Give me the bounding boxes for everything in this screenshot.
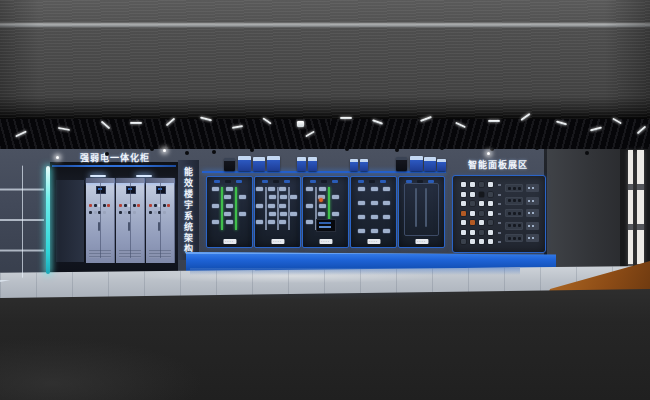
- track-spotlight: [185, 151, 189, 155]
- panel-label: ····: [319, 239, 332, 244]
- ceiling-light: [488, 120, 500, 122]
- schematic-panel-5: ····: [398, 176, 445, 248]
- alcove-light: [136, 175, 152, 177]
- electrical-cabinet: [86, 178, 115, 263]
- ceiling-light: [297, 121, 304, 127]
- divider-dash: [498, 213, 501, 215]
- shelf-device: [238, 156, 251, 171]
- floor-reflection: [190, 268, 520, 275]
- door-bar: [425, 188, 427, 227]
- door-bar: [415, 188, 417, 227]
- grid-device: [383, 229, 390, 233]
- track-spotlight: [585, 151, 589, 155]
- indicator-light: [133, 204, 136, 207]
- grid-device: [371, 201, 378, 205]
- indicator-light: [149, 204, 152, 207]
- ceiling: [0, 119, 650, 152]
- grid-device: [383, 201, 390, 205]
- exhibition-hall-render: 强弱电一体化柜 能效楼宇系统架构 ···· ···· ···· ···· ···…: [0, 0, 650, 400]
- track-spotlight: [56, 156, 59, 159]
- panel-top-chip: [262, 180, 268, 183]
- riser-device: [306, 187, 313, 191]
- shelf-device: [437, 159, 446, 171]
- riser-device: [319, 187, 326, 191]
- smart-panel-cell: [479, 201, 484, 206]
- zone-label-smart-panels: 智能面板展区: [448, 158, 548, 171]
- riser-device: [332, 212, 339, 216]
- indicator-light: [167, 204, 170, 207]
- push-button: [149, 211, 152, 214]
- module-button: [508, 187, 511, 190]
- blank-door-outline: [404, 183, 439, 236]
- riser-device: [332, 195, 339, 199]
- push-button: [133, 211, 136, 214]
- smart-panel-cell: [461, 239, 466, 244]
- riser-device: [269, 195, 276, 199]
- pillar: 能效楼宇系统架构: [178, 160, 199, 260]
- riser-device: [306, 204, 313, 208]
- window-light-slit: [628, 150, 633, 266]
- indicator-light: [107, 204, 110, 207]
- ceiling-light: [130, 122, 142, 124]
- smart-panel-cell: [470, 230, 475, 235]
- module-button: [518, 199, 521, 202]
- riser-device: [256, 220, 263, 224]
- indicator-light: [94, 204, 97, 207]
- module-button: [508, 199, 511, 202]
- module-button: [513, 199, 516, 202]
- panel-display: [316, 219, 336, 232]
- panel-top-chip: [321, 180, 327, 183]
- zone-label-cabinets: 强弱电一体化柜: [52, 151, 178, 164]
- smart-panel-cell: [470, 211, 475, 216]
- riser-device: [279, 220, 286, 224]
- module-label-plate: [526, 184, 539, 192]
- divider-dash: [498, 241, 501, 243]
- smart-panel-cell: [470, 201, 475, 206]
- schematic-panel-4: ····: [350, 176, 397, 248]
- smart-panel-module: [505, 234, 523, 242]
- riser-line: [277, 187, 279, 230]
- smart-panel-module: [505, 184, 523, 192]
- alarm-indicator: [319, 198, 323, 202]
- shelf-device: [350, 159, 358, 171]
- riser-device: [226, 204, 233, 208]
- riser-device: [268, 187, 275, 191]
- panel-top-chip: [332, 180, 338, 183]
- module-label-plate: [526, 222, 539, 230]
- smart-panel-cell: [461, 201, 466, 206]
- smart-panel-cell: [479, 239, 484, 244]
- riser-device: [226, 220, 233, 224]
- shelf-glow-line: [202, 171, 446, 173]
- smart-panel-cell: [470, 239, 475, 244]
- grid-device: [358, 215, 365, 219]
- grid-device: [358, 187, 365, 191]
- indicator-light: [137, 204, 140, 207]
- smart-panel-cell: [479, 230, 484, 235]
- electrical-cabinet: [146, 178, 175, 263]
- riser-device: [306, 220, 313, 224]
- electrical-cabinet: [116, 178, 145, 263]
- divider-dash: [498, 232, 501, 234]
- shelf-device: [424, 157, 436, 171]
- indicator-light: [124, 204, 127, 207]
- module-label-plate: [526, 209, 539, 217]
- module-button: [508, 237, 511, 240]
- grid-device: [371, 187, 378, 191]
- track-spotlight: [487, 152, 490, 155]
- smart-panel-cell: [470, 182, 475, 187]
- dark-side-cabinet: [56, 180, 85, 262]
- indicator-light: [89, 204, 92, 207]
- video-wall: [0, 160, 44, 282]
- riser-device: [212, 187, 219, 191]
- smart-panel-cell: [488, 230, 493, 235]
- shelf-device: [308, 157, 317, 171]
- cabinet-alcove: [50, 162, 178, 275]
- grid-device: [371, 229, 378, 233]
- schematic-panel-2: ····: [254, 176, 301, 248]
- panel-top-chip: [214, 180, 220, 183]
- track-spotlight: [163, 149, 166, 152]
- smart-panel-cell: [479, 182, 484, 187]
- panel-schematic: [255, 177, 300, 247]
- smart-panel-cell: [479, 211, 484, 216]
- track-spotlight: [298, 146, 302, 150]
